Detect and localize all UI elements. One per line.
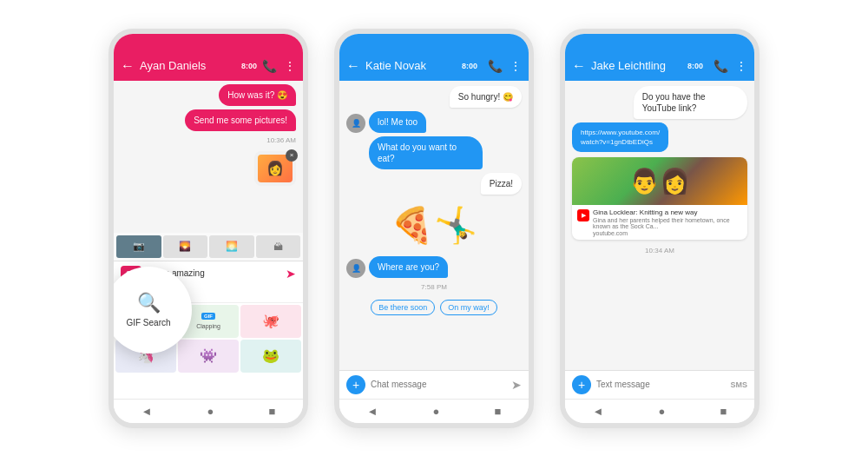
input-bar-2: + ➤	[339, 370, 529, 399]
yt-desc: Gina and her parents helped their hometo…	[593, 217, 742, 229]
photo-attachment: 👩 ×	[254, 151, 296, 186]
time-3: 8:00	[687, 62, 703, 70]
nav-home-3[interactable]: ●	[659, 405, 666, 418]
back-button-3[interactable]: ←	[572, 58, 586, 74]
app-bar-1: ← Ayan Daniels 8:00 📞 ⋮	[114, 34, 303, 81]
message-input-3[interactable]	[596, 380, 725, 389]
nav-recents-3[interactable]: ■	[720, 405, 727, 418]
chat-area-1: How was it? 😍 Send me some pictures! 10:…	[114, 81, 303, 233]
yt-thumbnail: 👨👩	[572, 157, 747, 205]
pizza-sticker: 🍕🤸‍♂️	[391, 202, 477, 249]
time-1: 8:00	[241, 62, 257, 70]
nav-bar-3: ◄ ● ■	[565, 399, 754, 423]
nav-recents-2[interactable]: ■	[495, 405, 502, 418]
bubble-pizza: Pizza!	[481, 173, 522, 195]
phone-1: ← Ayan Daniels 8:00 📞 ⋮ How was it? 😍 Se…	[108, 29, 308, 428]
input-bar-3: + SMS	[565, 370, 754, 399]
msg-row-attach: 👩 ×	[121, 149, 296, 188]
avatar-2b: 👤	[346, 259, 365, 278]
gif-search-circle[interactable]: 🔍 GIF Search	[108, 267, 192, 354]
search-icon: 🔍	[137, 292, 161, 314]
msg-pizza-row: Pizza!	[346, 173, 522, 195]
nav-back-1[interactable]: ◄	[141, 405, 153, 418]
gif-cell-3[interactable]: 🐙	[240, 305, 301, 338]
media-cell-3[interactable]: 🏔	[256, 235, 301, 258]
msg-where-row: 👤 Where are you?	[346, 256, 522, 278]
bar-icons-1: 📞 ⋮	[262, 59, 296, 73]
nav-back-3[interactable]: ◄	[593, 405, 604, 418]
timestamp-2: 7:58 PM	[346, 283, 522, 291]
add-btn-2[interactable]: +	[346, 375, 365, 394]
call-icon-3[interactable]: 📞	[713, 59, 728, 73]
call-icon-2[interactable]: 📞	[488, 59, 503, 73]
more-icon-1[interactable]: ⋮	[284, 59, 296, 73]
bubble-where: Where are you?	[369, 256, 448, 278]
msg-yt-q: Do you have the YouTube link?	[572, 86, 747, 119]
send-button-2[interactable]: ➤	[511, 378, 522, 392]
nav-bar-2: ◄ ● ■	[339, 399, 529, 423]
back-button-2[interactable]: ←	[346, 58, 360, 74]
nav-back-2[interactable]: ◄	[367, 405, 378, 418]
msg-hungry: So hungry! 😋	[346, 86, 522, 108]
yt-card[interactable]: 👨👩 ▶ Gina Locklear: Knitting a new way G…	[572, 157, 747, 240]
quick-reply-soon[interactable]: Be there soon	[371, 300, 435, 315]
app-bar-2: ← Katie Novak 8:00 📞 ⋮	[339, 34, 529, 81]
status-bar-1: 8:00	[241, 62, 257, 70]
msg-row-1: How was it? 😍	[121, 84, 296, 106]
message-input-2[interactable]	[371, 380, 506, 389]
more-icon-2[interactable]: ⋮	[510, 59, 522, 73]
nav-home-2[interactable]: ●	[433, 405, 440, 418]
back-button-1[interactable]: ←	[121, 58, 135, 74]
gif-cell-6[interactable]: 🐸	[240, 340, 301, 373]
yt-domain: youtube.com	[593, 230, 742, 236]
bubble-hungry: So hungry! 😋	[450, 86, 522, 108]
yt-title: Gina Locklear: Knitting a new way	[593, 208, 742, 216]
yt-info: ▶ Gina Locklear: Knitting a new way Gina…	[572, 205, 747, 240]
call-icon-1[interactable]: 📞	[262, 59, 277, 73]
sms-label: SMS	[730, 380, 747, 389]
msg-lol-row: 👤 lol! Me too	[346, 111, 522, 133]
add-btn-3[interactable]: +	[572, 375, 591, 394]
quick-replies: Be there soon On my way!	[346, 296, 522, 319]
media-cell-2[interactable]: 🌅	[209, 235, 254, 258]
bubble-link[interactable]: https://www.youtube.com/watch?v=1gnDtbED…	[572, 122, 668, 152]
app-bar-3: ← Jake Leichtling 8:00 📞 ⋮	[565, 34, 754, 81]
time-2: 8:00	[462, 62, 477, 70]
photo-close-btn[interactable]: ×	[286, 149, 298, 162]
camera-cell[interactable]: 📷	[116, 235, 161, 258]
bar-icons-2: 📞 ⋮	[488, 59, 522, 73]
msg-row-2: Send me some pictures!	[121, 109, 296, 131]
bubble-1: How was it? 😍	[219, 84, 296, 106]
phone-2: ← Katie Novak 8:00 📞 ⋮ So hungry! 😋 👤 lo…	[334, 29, 534, 428]
contact-name-3: Jake Leichtling	[591, 59, 682, 72]
nav-bar-1: ◄ ● ■	[114, 399, 303, 423]
bubble-food: What do you want to eat?	[369, 136, 483, 169]
contact-name-2: Katie Novak	[365, 59, 457, 72]
media-cell-1[interactable]: 🌄	[163, 235, 208, 258]
timestamp-1: 10:36 AM	[121, 136, 296, 144]
msg-food-row: What do you want to eat?	[346, 136, 522, 169]
youtube-logo: ▶	[577, 209, 589, 221]
timestamp-3: 10:34 AM	[572, 247, 747, 254]
gif-search-label: GIF Search	[126, 318, 170, 327]
msg-link-row: https://www.youtube.com/watch?v=1gnDtbED…	[572, 122, 747, 152]
gif-cell-5[interactable]: 👾	[178, 340, 239, 373]
media-row: 📷 🌄 🌅 🏔	[114, 233, 303, 261]
nav-recents-1[interactable]: ■	[269, 405, 276, 418]
contact-name-1: Ayan Daniels	[140, 59, 236, 72]
sticker-area: 🍕🤸‍♂️	[346, 198, 522, 253]
more-icon-3[interactable]: ⋮	[735, 59, 747, 73]
gif-cell-label-2: Clapping	[196, 323, 220, 329]
send-button-1[interactable]: ➤	[286, 267, 296, 281]
nav-home-1[interactable]: ●	[207, 405, 214, 418]
chat-area-3: Do you have the YouTube link? https://ww…	[565, 81, 754, 370]
bar-icons-3: 📞 ⋮	[713, 59, 747, 73]
gif-badge-2: GIF	[201, 313, 215, 320]
avatar-2: 👤	[346, 114, 365, 133]
chat-area-2: So hungry! 😋 👤 lol! Me too What do you w…	[339, 81, 529, 370]
bubble-lol: lol! Me too	[369, 111, 426, 133]
quick-reply-way[interactable]: On my way!	[440, 300, 497, 315]
phone-3: ← Jake Leichtling 8:00 📞 ⋮ Do you have t…	[560, 29, 760, 428]
bubble-2: Send me some pictures!	[185, 109, 296, 131]
bubble-yt-q: Do you have the YouTube link?	[634, 86, 747, 119]
